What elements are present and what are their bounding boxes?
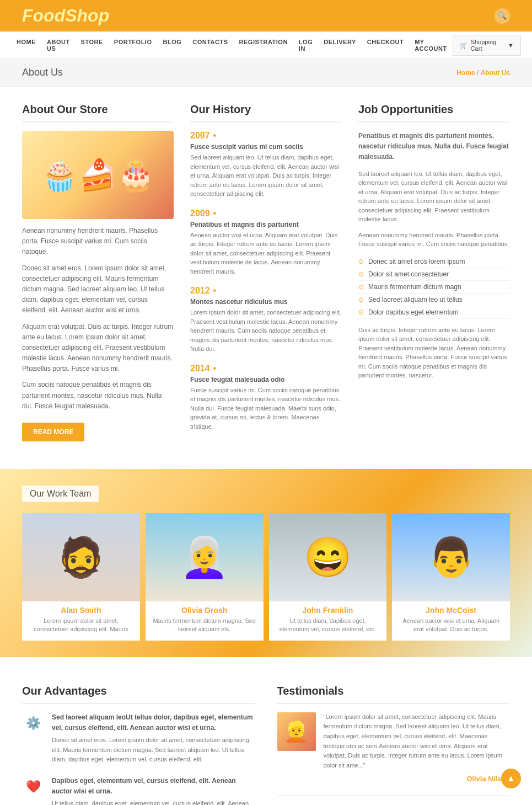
job-item-3: Mauris fermentum dictum magn [358, 281, 510, 294]
advantage-icon-1: ⚙️ [22, 712, 44, 734]
nav-registration[interactable]: REGISTRATION [234, 32, 293, 58]
nav-login[interactable]: LOG IN [293, 32, 318, 58]
nav-portfolio[interactable]: PORTFOLIO [109, 32, 158, 58]
about-store-p4: Cum sociis natoque penatibus et magnis d… [22, 380, 174, 412]
store-image: 🧁🍰🎂 [22, 131, 174, 219]
history-desc-2014: Fusce suscipit varius mi. Cum sociis nat… [190, 386, 342, 431]
team-member-john-m: 👨 John McCoist Aenean auctor wisi et urn… [392, 513, 510, 641]
team-name-john-m: John McCoist [392, 606, 510, 615]
cart-icon: 🛒 [460, 42, 467, 49]
search-icon: 🔍 [498, 12, 507, 20]
advantage-item-1: ⚙️ Sed laoreet aliquam leoUt tellus dolo… [22, 712, 255, 765]
history-year-2014: 2014 [190, 364, 342, 374]
breadcrumb: About Us Home / About Us [0, 59, 532, 87]
jobs-title: Job Opportunities [358, 103, 510, 122]
testimonial-olivia: 👱 "Lorem ipsum dolor sit amet, consectet… [277, 712, 510, 796]
advantages-testimonials: Our Advantages ⚙️ Sed laoreet aliquam le… [0, 668, 532, 805]
advantage-desc-1: Donec sit amet eros. Lorem ipsum dolor s… [52, 735, 255, 765]
team-name-alan: Alan Smith [22, 606, 140, 615]
nav-links: HOME ABOUT US STORE PORTFOLIO BLOG CONTA… [11, 32, 453, 58]
testimonial-quote-olivia: "Lorem ipsum dolor sit amet, consectetue… [324, 712, 510, 771]
about-store-title: About Our Store [22, 103, 174, 122]
history-title: Our History [190, 103, 342, 122]
advantages-section: Our Advantages ⚙️ Sed laoreet aliquam le… [22, 685, 255, 805]
testimonial-content-olivia: "Lorem ipsum dolor sit amet, consectetue… [324, 712, 510, 785]
history-col: Our History 2007 Fusce suscipit varius m… [190, 103, 342, 441]
three-column-section: About Our Store 🧁🍰🎂 Aenean nonummy hendr… [22, 103, 510, 441]
search-button[interactable]: 🔍 [495, 8, 510, 24]
team-photo-john-f: 😄 [269, 513, 387, 601]
team-member-john-f: 😄 John Franklin Ut tellus diam, dapibus … [269, 513, 387, 641]
team-member-alan: 🧔 Alan Smith Lorem ipsum dolor sit amet,… [22, 513, 140, 641]
team-photo-olivia: 👩‍🦳 [146, 513, 264, 601]
cart-chevron-icon: ▼ [508, 42, 514, 49]
logo-accent: Shop [65, 6, 109, 25]
team-desc-olivia: Mauris fermentum dictum magna. Sed laore… [146, 617, 264, 634]
jobs-text1: Sed laoreet aliquam leo. Ut tellus diam,… [358, 169, 510, 224]
team-name-john-f: John Franklin [269, 606, 387, 615]
jobs-col: Job Opportunities Penatibus et magnis di… [358, 103, 510, 441]
jobs-footer: Duis ac turpis. Integer rutrum ante eu l… [358, 326, 510, 380]
testimonials-section: Testimonials 👱 "Lorem ipsum dolor sit am… [277, 685, 510, 805]
testimonial-name-olivia: Olivia Nilson [324, 774, 510, 785]
team-desc-john-f: Ut tellus diam, dapibus eget, elementum … [269, 617, 387, 634]
advantage-title-1: Sed laoreet aliquam leoUt tellus dolor, … [52, 712, 255, 733]
history-year-2012: 2012 [190, 286, 342, 296]
advantage-desc-2: Ut tellus diam, dapibus eget, elementum … [52, 799, 255, 805]
team-title: Our Work Team [22, 486, 99, 502]
testimonial-photo-olivia: 👱 [277, 712, 316, 751]
advantage-title-2: Dapibus eget, elementum vel, cursus elei… [52, 776, 255, 797]
advantages-title: Our Advantages [22, 685, 255, 704]
nav-delivery[interactable]: DELIVERY [318, 32, 362, 58]
about-store-p3: Aliquam erat volutpat. Duis ac turpis. I… [22, 322, 174, 375]
advantage-content-1: Sed laoreet aliquam leoUt tellus dolor, … [52, 712, 255, 765]
nav-blog[interactable]: BLOG [157, 32, 187, 58]
nav-checkout[interactable]: CHECKOUT [362, 32, 409, 58]
nav-myaccount[interactable]: MY ACCOUNT [409, 32, 453, 58]
history-title-2014: Fusce feugiat malesuada odio [190, 376, 342, 383]
cart-label: Shopping Cart [471, 39, 504, 52]
logo-text: Food [22, 6, 65, 25]
team-grid: 🧔 Alan Smith Lorem ipsum dolor sit amet,… [22, 513, 510, 641]
team-desc-alan: Lorem ipsum dolor sit amet, consectetuer… [22, 617, 140, 634]
nav-contacts[interactable]: CONTACTS [187, 32, 233, 58]
job-item-1: Donec sit amet eros lorem ipsum [358, 255, 510, 268]
scroll-top-icon: ▲ [507, 774, 515, 783]
scroll-top-button[interactable]: ▲ [501, 769, 521, 788]
advantage-icon-2: ❤️ [22, 776, 44, 798]
history-year-2007: 2007 [190, 131, 342, 141]
history-item-2014: 2014 Fusce feugiat malesuada odio Fusce … [190, 364, 342, 431]
cart-button[interactable]: 🛒 Shopping Cart ▼ [453, 35, 521, 56]
team-photo-alan: 🧔 [22, 513, 140, 601]
team-photo-john-m: 👨 [392, 513, 510, 601]
team-section: Our Work Team 🧔 Alan Smith Lorem ipsum d… [0, 469, 532, 657]
nav-store[interactable]: STORE [76, 32, 109, 58]
nav-home[interactable]: HOME [11, 32, 41, 58]
johnm-avatar: 👨 [392, 513, 510, 601]
history-title-2012: Montes nascetur ridiculus mus [190, 298, 342, 306]
page-title: About Us [22, 67, 63, 78]
job-item-5: Dolor dapibus eget elementum [358, 306, 510, 319]
testimonials-title: Testimonials [277, 685, 510, 704]
breadcrumb-nav: Home / About Us [456, 69, 510, 77]
about-store-p1: Aenean nonummy hendrerit mauris. Phasell… [22, 226, 174, 258]
nav-about[interactable]: ABOUT US [41, 32, 76, 58]
team-name-olivia: Olivia Grosh [146, 606, 264, 615]
history-desc-2009: Aenean auctor wisi et urna. Aliquam erat… [190, 231, 342, 276]
site-logo[interactable]: FoodShop [22, 6, 109, 26]
team-member-olivia: 👩‍🦳 Olivia Grosh Mauris fermentum dictum… [146, 513, 264, 641]
history-title-2007: Fusce suscipit varius mi cum sociis [190, 143, 342, 151]
main-content: About Our Store 🧁🍰🎂 Aenean nonummy hendr… [0, 87, 532, 458]
advantage-content-2: Dapibus eget, elementum vel, cursus elei… [52, 776, 255, 805]
history-item-2009: 2009 Penatibus et magnis dis parturient … [190, 209, 342, 276]
about-store-p2: Donec sit amet eros. Lorem ipsum dolor s… [22, 263, 174, 316]
main-nav: HOME ABOUT US STORE PORTFOLIO BLOG CONTA… [0, 31, 532, 59]
history-title-2009: Penatibus et magnis dis parturient [190, 221, 342, 228]
history-item-2012: 2012 Montes nascetur ridiculus mus Lorem… [190, 286, 342, 354]
history-desc-2007: Sed laoreet aliquam leo. Ut tellus diam,… [190, 153, 342, 199]
history-year-2009: 2009 [190, 209, 342, 218]
job-item-2: Dolor sit amet consectetuer [358, 268, 510, 281]
read-more-button[interactable]: READ MORE [22, 423, 84, 441]
alan-avatar: 🧔 [22, 513, 140, 601]
breadcrumb-home[interactable]: Home [456, 69, 475, 77]
